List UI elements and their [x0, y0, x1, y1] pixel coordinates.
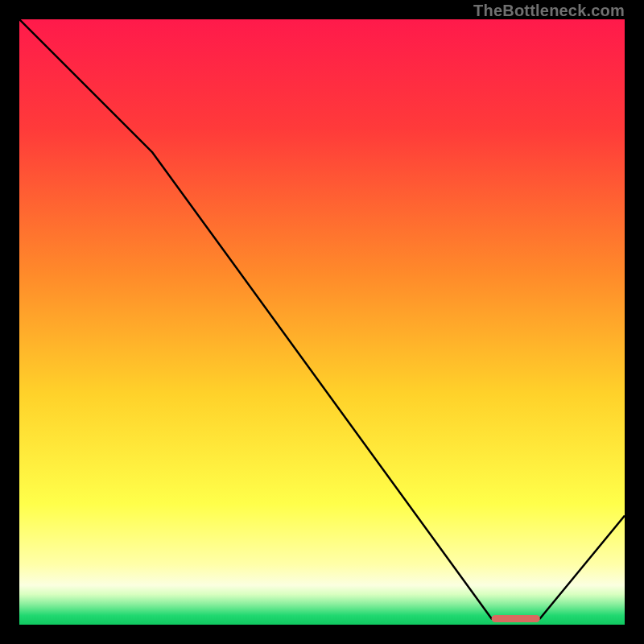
plot-area — [19, 19, 625, 625]
bottleneck-curve — [19, 19, 625, 619]
line-layer — [19, 19, 625, 625]
optimal-range-marker — [492, 615, 540, 622]
watermark-text: TheBottleneck.com — [473, 2, 625, 20]
chart-frame: TheBottleneck.com — [0, 0, 644, 644]
